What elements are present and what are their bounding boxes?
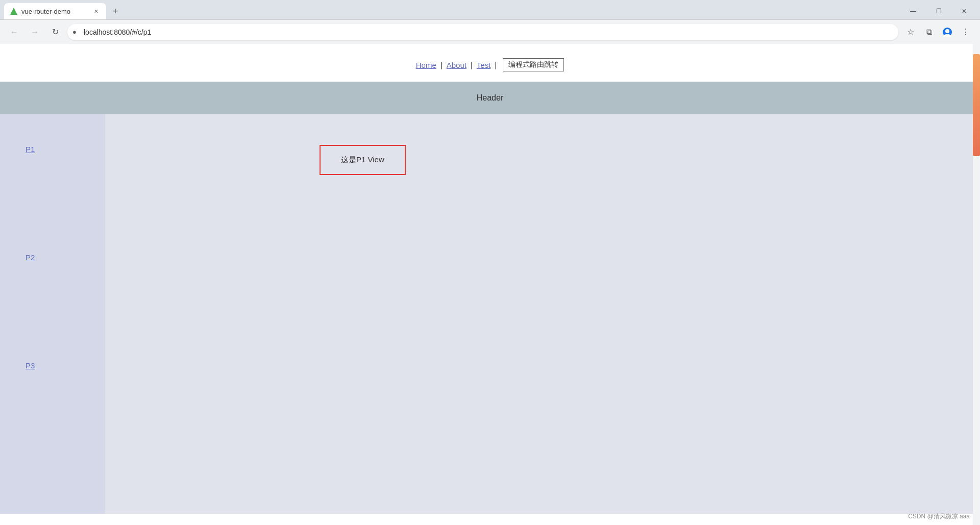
page-content: Home | About | Test | 编程式路由跳转 Header P1 …: [0, 44, 980, 525]
nav-sep-1: |: [440, 61, 443, 69]
tab-favicon: [10, 8, 17, 15]
address-input-wrapper: ●: [67, 24, 898, 40]
forward-button[interactable]: →: [27, 24, 43, 40]
header-title: Header: [477, 93, 503, 103]
sidebar-link-p2[interactable]: P2: [0, 253, 105, 262]
minimize-button[interactable]: —: [901, 3, 925, 19]
toolbar-icons: ☆ ⧉ ⋮: [902, 24, 974, 40]
browser-chrome: vue-router-demo ✕ + — ❐ ✕ ← → ↻ ● ☆ ⧉: [0, 0, 980, 44]
sidebar-link-p3[interactable]: P3: [0, 361, 105, 370]
active-tab[interactable]: vue-router-demo ✕: [4, 3, 106, 19]
address-input[interactable]: [67, 24, 898, 40]
app-content: 这是P1 View: [105, 114, 980, 514]
sidebar-link-p1[interactable]: P1: [0, 145, 105, 154]
bookmark-icon[interactable]: ☆: [902, 24, 919, 40]
reload-button[interactable]: ↻: [47, 24, 63, 40]
nav-sep-2: |: [471, 61, 473, 69]
app-nav: Home | About | Test | 编程式路由跳转: [0, 44, 980, 82]
profile-icon[interactable]: [939, 24, 955, 40]
menu-icon[interactable]: ⋮: [958, 24, 974, 40]
programmatic-nav-button[interactable]: 编程式路由跳转: [503, 58, 564, 71]
p1-view-text: 这是P1 View: [341, 155, 384, 164]
nav-about-link[interactable]: About: [447, 61, 467, 69]
lock-icon: ●: [72, 28, 77, 36]
scrollbar-thumb[interactable]: [973, 54, 980, 156]
maximize-button[interactable]: ❐: [927, 3, 950, 19]
nav-home-link[interactable]: Home: [416, 61, 436, 69]
tab-close-button[interactable]: ✕: [92, 7, 100, 15]
address-bar-row: ← → ↻ ● ☆ ⧉ ⋮: [0, 19, 980, 44]
p1-view-box: 这是P1 View: [320, 145, 406, 175]
tab-title: vue-router-demo: [21, 8, 70, 15]
svg-point-1: [945, 29, 949, 33]
app-header: Header: [0, 82, 980, 114]
new-tab-button[interactable]: +: [108, 4, 122, 18]
nav-sep-3: |: [495, 61, 497, 69]
app-sidebar: P1 P2 P3: [0, 114, 105, 514]
nav-test-link[interactable]: Test: [477, 61, 491, 69]
tab-bar: vue-router-demo ✕ + — ❐ ✕: [0, 0, 980, 19]
extensions-icon[interactable]: ⧉: [921, 24, 937, 40]
scrollbar[interactable]: [973, 44, 980, 525]
back-button[interactable]: ←: [6, 24, 22, 40]
app-main: P1 P2 P3 这是P1 View: [0, 114, 980, 514]
window-controls: — ❐ ✕: [901, 3, 980, 19]
watermark: CSDN @清风微凉 aaa: [908, 512, 970, 521]
close-button[interactable]: ✕: [952, 3, 976, 19]
